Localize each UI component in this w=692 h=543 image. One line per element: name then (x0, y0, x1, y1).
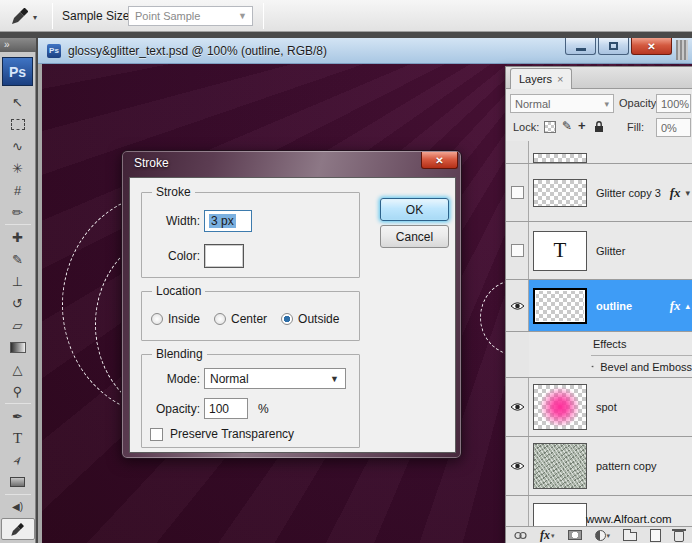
effects-collapse-icon[interactable]: ▴ (685, 301, 690, 311)
shape-tool[interactable] (1, 471, 35, 493)
crop-icon: # (14, 184, 21, 197)
layer-thumbnail[interactable] (533, 384, 587, 430)
slice-tool[interactable]: ✏ (1, 201, 35, 223)
visibility-cell[interactable] (506, 280, 529, 331)
layer-name[interactable]: Glitter (596, 245, 625, 257)
layer-name[interactable]: Glitter copy 3 (596, 187, 661, 199)
audio-annotation-tool[interactable]: ◀) (1, 496, 35, 518)
visibility-cell[interactable] (506, 222, 529, 279)
path-selection-tool[interactable]: ➢ (1, 449, 35, 471)
dialog-close-button[interactable]: ✕ (421, 152, 458, 169)
color-swatch[interactable] (204, 244, 244, 268)
tool-preset-arrow-icon[interactable]: ▾ (33, 13, 37, 22)
preserve-transparency-checkbox[interactable] (150, 428, 163, 441)
eye-icon[interactable] (591, 362, 594, 371)
location-group: Location Inside Center Outside (141, 291, 360, 341)
close-button[interactable]: ✕ (631, 38, 672, 55)
layer-row-partial-top[interactable] (506, 141, 692, 164)
mode-dropdown[interactable]: Normal ▼ (204, 368, 346, 389)
width-label: Width: (140, 214, 200, 228)
eyedropper-icon (9, 5, 31, 27)
magic-wand-icon: ✳ (12, 162, 23, 175)
restore-button[interactable] (598, 38, 629, 55)
restore-icon (609, 42, 618, 50)
opacity-input[interactable]: 100 (204, 398, 248, 419)
layers-tab[interactable]: Layers × (510, 68, 572, 89)
layer-row-outline-selected[interactable]: outline fx ▴ (506, 280, 692, 332)
brush-tool[interactable]: ✎ (1, 248, 35, 270)
layer-thumbnail[interactable] (533, 503, 587, 526)
spot-healing-brush-tool[interactable]: ✚ (1, 226, 35, 248)
layer-name[interactable]: outline (596, 300, 632, 312)
fill-field[interactable]: 0% (656, 118, 691, 137)
new-layer-icon[interactable] (650, 529, 661, 542)
lock-paint-icon[interactable]: ✎ (562, 119, 572, 133)
blend-mode-dropdown[interactable]: Normal ▾ (510, 94, 614, 113)
effects-expand-icon[interactable]: ▾ (685, 188, 690, 198)
visibility-cell[interactable] (506, 378, 529, 436)
lock-move-icon[interactable]: + (578, 118, 586, 133)
layer-thumbnail[interactable] (533, 153, 587, 163)
pen-tool[interactable]: ✒ (1, 405, 35, 427)
location-inside-radio[interactable]: Inside (151, 312, 200, 326)
layer-name[interactable]: pattern copy (596, 460, 657, 472)
layer-name[interactable]: spot (596, 401, 617, 413)
layer-fx-badge[interactable]: fx (670, 185, 681, 201)
blur-tool[interactable]: △ (1, 358, 35, 380)
adjustment-layer-icon[interactable]: ▾ (595, 530, 611, 541)
ok-button[interactable]: OK (380, 198, 449, 221)
effect-row-bevel-and-emboss[interactable]: Bevel and Emboss (506, 356, 692, 378)
toolbar-collapse-button[interactable]: » (0, 38, 36, 52)
eye-icon (510, 402, 525, 412)
width-input[interactable]: 3 px (204, 210, 252, 232)
delete-layer-icon[interactable] (674, 528, 684, 542)
history-brush-tool[interactable]: ↺ (1, 292, 35, 314)
visibility-cell[interactable] (506, 141, 529, 163)
visibility-cell[interactable] (506, 164, 529, 221)
visibility-cell[interactable] (506, 496, 529, 526)
location-outside-radio[interactable]: Outside (281, 312, 339, 326)
dock-grip-handle[interactable] (676, 40, 688, 60)
eyedropper-tool-icon[interactable] (9, 5, 31, 27)
layer-thumbnail[interactable] (533, 443, 587, 489)
pen-icon: ✒ (12, 410, 23, 423)
dialog-body: Stroke Width: 3 px Color: OK Cancel Loca… (129, 177, 456, 453)
location-center-radio[interactable]: Center (214, 312, 267, 326)
tab-close-icon[interactable]: × (557, 73, 563, 85)
magic-wand-tool[interactable]: ✳ (1, 157, 35, 179)
text-layer-thumbnail[interactable]: T (533, 231, 587, 271)
document-titlebar[interactable]: Ps glossy&glitter_text.psd @ 100% (outli… (38, 38, 692, 64)
layer-row-pattern-copy[interactable]: pattern copy (506, 437, 692, 496)
move-tool[interactable]: ↖ (1, 91, 35, 113)
new-group-icon[interactable] (623, 529, 637, 541)
link-layers-icon[interactable] (514, 531, 527, 540)
gradient-tool[interactable] (1, 336, 35, 358)
lock-all-icon[interactable] (594, 120, 604, 133)
layer-style-icon[interactable]: fx▾ (540, 529, 555, 541)
crop-tool[interactable]: # (1, 179, 35, 201)
layer-row-glitter-copy-3[interactable]: Glitter copy 3 fx ▾ (506, 164, 692, 222)
stroke-dialog: Stroke ✕ Stroke Width: 3 px Color: OK Ca… (121, 150, 462, 459)
layer-thumbnail[interactable] (533, 288, 587, 324)
effect-name[interactable]: Bevel and Emboss (600, 361, 692, 373)
visibility-cell[interactable] (506, 437, 529, 495)
gradient-icon (10, 342, 26, 353)
lock-transparency-icon[interactable] (544, 121, 556, 133)
lasso-tool[interactable]: ∿ (1, 135, 35, 157)
layer-mask-icon[interactable] (568, 530, 582, 540)
minimize-button[interactable] (565, 38, 596, 55)
sample-size-dropdown[interactable]: Point Sample ▼ (128, 6, 253, 26)
eraser-tool[interactable]: ▱ (1, 314, 35, 336)
layer-row-glitter[interactable]: T Glitter (506, 222, 692, 280)
type-tool[interactable]: T (1, 427, 35, 449)
dodge-tool[interactable]: ⚲ (1, 380, 35, 402)
eyedropper-tool[interactable] (1, 518, 35, 540)
opacity-field[interactable]: 100% (656, 94, 691, 113)
rectangular-marquee-tool[interactable] (1, 113, 35, 135)
cancel-button[interactable]: Cancel (380, 225, 449, 248)
path-select-icon: ➢ (9, 452, 26, 468)
layer-thumbnail[interactable] (533, 179, 587, 207)
layer-row-spot[interactable]: spot (506, 378, 692, 437)
clone-stamp-tool[interactable]: ⊥ (1, 270, 35, 292)
layer-fx-badge[interactable]: fx (670, 298, 681, 314)
